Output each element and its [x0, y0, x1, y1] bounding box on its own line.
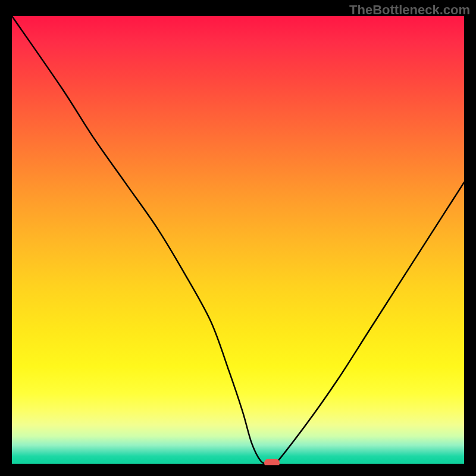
bottleneck-curve	[12, 16, 464, 465]
min-marker	[264, 459, 280, 465]
chart-container: TheBottleneck.com	[0, 0, 476, 476]
plot-area	[12, 16, 464, 465]
curve-svg	[12, 16, 464, 465]
attribution-text: TheBottleneck.com	[349, 2, 470, 18]
